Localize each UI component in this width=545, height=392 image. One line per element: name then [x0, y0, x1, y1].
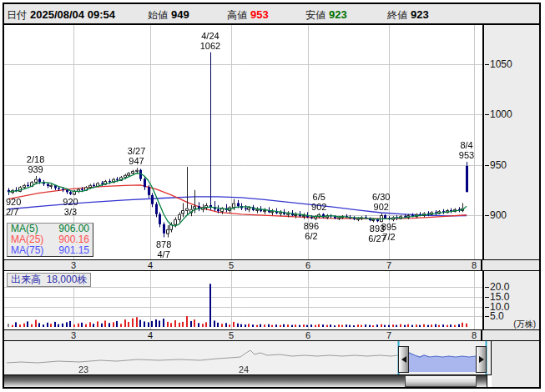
stock-chart-app: 日付2025/08/04 09:54 始値949 高値953 安値923 終値9…	[0, 0, 545, 392]
ma75-row: MA(75)901.15	[8, 245, 93, 256]
ma5-label: MA(5)	[11, 223, 38, 234]
y-axis-label: 1050	[490, 58, 512, 70]
quote-close: 終値923	[387, 4, 429, 23]
date-value: 2025/08/04 09:54	[30, 8, 115, 21]
volume-axis-tick	[485, 316, 489, 317]
volume-legend: 出来高 18,000株	[7, 273, 91, 287]
volume-unit-label: (万株)	[513, 319, 536, 330]
x-axis-label: 8	[472, 260, 477, 270]
high-value: 953	[250, 8, 269, 21]
high-label: 高値	[227, 9, 247, 21]
ma75-value: 901.15	[58, 245, 89, 256]
quote-open: 始値949	[148, 4, 189, 23]
close-value: 923	[411, 8, 429, 21]
x-axis-label: 3	[71, 260, 76, 270]
ma-legend: MA(5)906.00 MA(25)900.16 MA(75)901.15	[7, 223, 93, 257]
quote-low: 安値923	[305, 4, 347, 23]
month-axis-top: 345678	[4, 259, 539, 271]
y-axis-tick	[485, 114, 489, 115]
nav-right-handle[interactable]	[476, 346, 487, 373]
volume-axis-panel: (万株) 20.015.010.05.0	[482, 271, 539, 329]
x-axis-label: 3	[71, 330, 76, 340]
close-label: 終値	[387, 9, 407, 21]
ma75-label: MA(75)	[11, 244, 43, 256]
left-arrow-icon	[401, 356, 406, 363]
month-axis-bottom: 345678	[4, 329, 539, 341]
axis-divider	[481, 330, 482, 340]
right-arrow-icon	[479, 356, 484, 363]
y-axis-tick	[485, 64, 489, 65]
scrollbar-thumb[interactable]	[405, 375, 477, 387]
price-axis-panel: 10501000950900	[482, 25, 539, 259]
nav-left-handle[interactable]	[398, 346, 409, 373]
x-axis-label: 4	[148, 260, 153, 270]
quote-high: 高値953	[227, 4, 269, 23]
low-value: 923	[329, 8, 347, 21]
chart-frame: 日付2025/08/04 09:54 始値949 高値953 安値923 終値9…	[3, 3, 541, 389]
quote-header: 日付2025/08/04 09:54 始値949 高値953 安値923 終値9…	[4, 4, 539, 25]
x-axis-label: 6	[305, 330, 310, 340]
volume-axis-tick	[485, 297, 489, 298]
y-axis-label: 900	[490, 209, 507, 221]
x-axis-label: 4	[148, 330, 153, 340]
open-label: 始値	[148, 9, 168, 21]
y-axis-label: 1000	[490, 108, 512, 120]
volume-axis-tick	[485, 287, 489, 288]
nav-year-label: 24	[239, 364, 249, 374]
open-value: 949	[171, 8, 189, 21]
low-label: 安値	[305, 9, 325, 21]
x-axis-label: 8	[472, 330, 477, 340]
x-axis-label: 5	[229, 260, 234, 270]
axis-divider	[481, 260, 482, 270]
quote-date: 日付2025/08/04 09:54	[7, 4, 115, 23]
x-axis-label: 7	[386, 330, 391, 340]
volume-axis-tick	[485, 307, 489, 308]
volume-value: 18,000株	[47, 274, 88, 285]
y-axis-label: 950	[490, 159, 507, 171]
y-axis-tick	[485, 215, 489, 216]
nav-year-label: 23	[78, 364, 88, 374]
y-axis-tick	[485, 165, 489, 166]
x-axis-label: 7	[386, 260, 391, 270]
navigator-right-filler	[492, 341, 539, 387]
ma25-label: MA(25)	[11, 234, 43, 245]
volume-axis-label: 5.0	[490, 310, 504, 322]
date-label: 日付	[7, 9, 27, 21]
x-axis-label: 6	[305, 260, 310, 270]
x-axis-label: 5	[229, 330, 234, 340]
volume-label: 出来高	[11, 274, 41, 285]
